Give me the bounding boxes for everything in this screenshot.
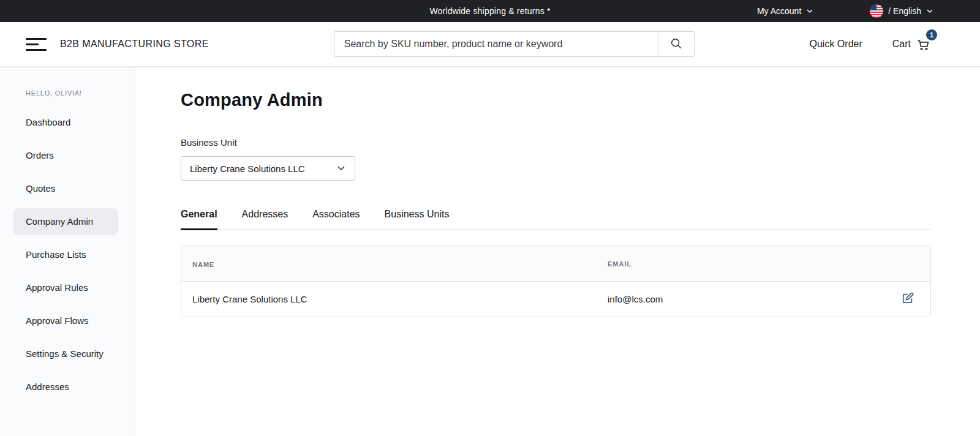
table-header-row: NAME EMAIL (181, 246, 930, 282)
company-name-cell: Liberty Crane Solutions LLC (192, 294, 307, 304)
search-box (334, 31, 695, 57)
business-unit-value: Liberty Crane Solutions LLC (190, 164, 336, 174)
tab-addresses[interactable]: Addresses (242, 209, 288, 230)
page-title: Company Admin (181, 90, 931, 110)
admin-tabs: General Addresses Associates Business Un… (181, 209, 931, 230)
my-account-menu[interactable]: My Account (757, 6, 813, 16)
chevron-down-icon (806, 7, 813, 15)
menu-hamburger-icon[interactable] (26, 36, 48, 52)
edit-pencil-icon (901, 291, 914, 307)
search-icon (669, 37, 683, 52)
column-header-email: EMAIL (608, 260, 631, 268)
sidebar-item-orders[interactable]: Orders (13, 142, 118, 169)
company-table: NAME EMAIL Liberty Crane Solutions LLC i… (181, 246, 931, 317)
main-header: B2B MANUFACTURING STORE Quick Order Cart (0, 22, 980, 67)
tab-associates[interactable]: Associates (312, 209, 360, 230)
cart-label: Cart (892, 39, 911, 50)
tab-business-units[interactable]: Business Units (385, 209, 450, 230)
account-sidebar: HELLO, OLIVIA! Dashboard Orders Quotes C… (0, 67, 135, 436)
tab-general[interactable]: General (181, 209, 217, 230)
main-content: Company Admin Business Unit Liberty Cran… (135, 67, 980, 436)
sidebar-greeting: HELLO, OLIVIA! (26, 89, 135, 97)
business-unit-select[interactable]: Liberty Crane Solutions LLC (181, 156, 355, 181)
cart-button[interactable]: Cart 1 (892, 37, 931, 51)
cart-count-badge: 1 (926, 29, 937, 40)
search-button[interactable] (658, 32, 694, 56)
sidebar-item-addresses[interactable]: Addresses (13, 374, 118, 400)
table-row: Liberty Crane Solutions LLC info@lcs.com (181, 282, 930, 317)
language-label: / English (888, 6, 921, 16)
quick-order-link[interactable]: Quick Order (810, 39, 862, 50)
sidebar-item-company-admin[interactable]: Company Admin (13, 208, 118, 235)
my-account-label: My Account (757, 6, 801, 16)
chevron-down-icon (926, 7, 933, 15)
company-email-cell: info@lcs.com (608, 294, 663, 304)
announcement-bar: Worldwide shipping & returns * My Accoun… (0, 0, 980, 22)
sidebar-item-dashboard[interactable]: Dashboard (13, 109, 118, 136)
sidebar-item-settings-security[interactable]: Settings & Security (13, 340, 118, 367)
edit-company-button[interactable] (900, 291, 916, 307)
business-unit-label: Business Unit (181, 137, 931, 148)
chevron-down-icon (336, 163, 346, 175)
store-logo[interactable]: B2B MANUFACTURING STORE (60, 39, 209, 50)
language-selector[interactable]: / English (870, 4, 933, 18)
sidebar-item-purchase-lists[interactable]: Purchase Lists (13, 241, 118, 268)
sidebar-item-approval-rules[interactable]: Approval Rules (13, 274, 118, 301)
sidebar-item-quotes[interactable]: Quotes (13, 175, 118, 202)
search-input[interactable] (334, 32, 658, 56)
cart-icon (915, 43, 931, 53)
column-header-name: NAME (192, 261, 214, 268)
us-flag-icon (870, 4, 883, 18)
sidebar-item-approval-flows[interactable]: Approval Flows (13, 307, 118, 334)
